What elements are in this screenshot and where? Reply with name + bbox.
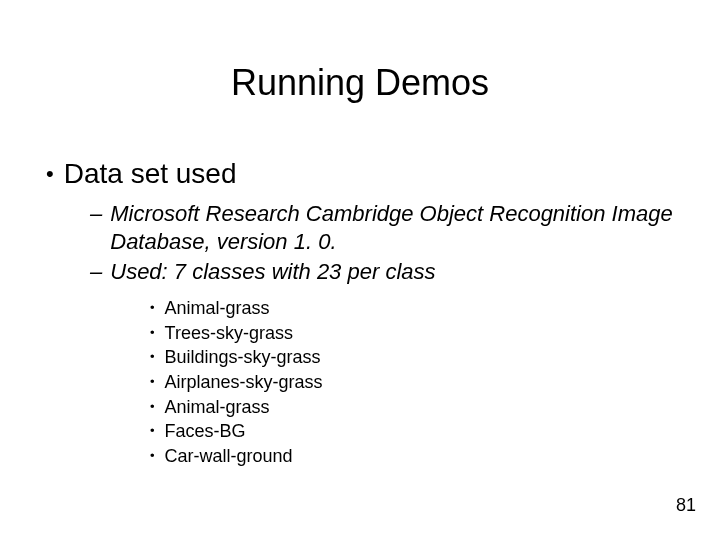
level3-item: • Airplanes-sky-grass xyxy=(150,370,323,395)
level3-text: Car-wall-ground xyxy=(165,444,293,468)
bullet-icon: • xyxy=(150,419,155,444)
level3-item: • Animal-grass xyxy=(150,395,323,420)
level3-text: Trees-sky-grass xyxy=(165,321,293,345)
level3-item: • Animal-grass xyxy=(150,296,323,321)
bullet-icon: • xyxy=(150,395,155,420)
level3-item: • Car-wall-ground xyxy=(150,444,323,469)
level2-item: – Used: 7 classes with 23 per class xyxy=(90,258,680,286)
slide-title: Running Demos xyxy=(0,62,720,104)
level3-item: • Trees-sky-grass xyxy=(150,321,323,346)
bullet-icon: • xyxy=(150,444,155,469)
bullet-icon: • xyxy=(150,321,155,346)
level2-text: Microsoft Research Cambridge Object Reco… xyxy=(110,200,680,256)
level3-item: • Faces-BG xyxy=(150,419,323,444)
level3-text: Animal-grass xyxy=(165,296,270,320)
level2-list: – Microsoft Research Cambridge Object Re… xyxy=(90,200,680,288)
level3-text: Faces-BG xyxy=(165,419,246,443)
level2-text: Used: 7 classes with 23 per class xyxy=(110,258,680,286)
bullet-icon: • xyxy=(150,345,155,370)
level3-list: • Animal-grass • Trees-sky-grass • Build… xyxy=(150,296,323,469)
level3-item: • Buildings-sky-grass xyxy=(150,345,323,370)
level3-text: Buildings-sky-grass xyxy=(165,345,321,369)
level1-item: •Data set used xyxy=(46,158,236,190)
bullet-icon: • xyxy=(150,296,155,321)
page-number: 81 xyxy=(676,495,696,516)
dash-icon: – xyxy=(90,200,102,256)
level2-item: – Microsoft Research Cambridge Object Re… xyxy=(90,200,680,256)
level1-text: Data set used xyxy=(64,158,237,189)
bullet-icon: • xyxy=(46,163,54,185)
dash-icon: – xyxy=(90,258,102,286)
level3-text: Airplanes-sky-grass xyxy=(165,370,323,394)
slide: Running Demos •Data set used – Microsoft… xyxy=(0,0,720,540)
level3-text: Animal-grass xyxy=(165,395,270,419)
bullet-icon: • xyxy=(150,370,155,395)
